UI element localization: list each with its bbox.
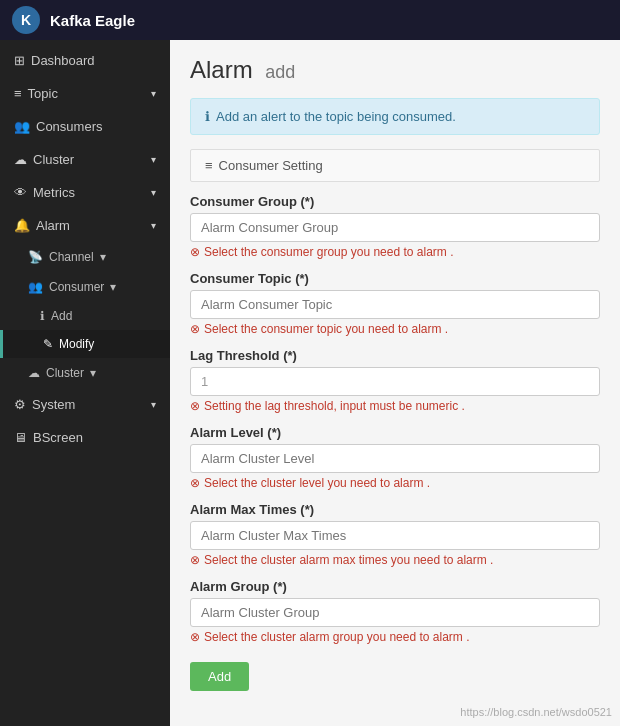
- alarm-max-times-input[interactable]: [190, 521, 600, 550]
- alarm-max-times-field: Alarm Max Times (*) ⊗ Select the cluster…: [190, 502, 600, 567]
- consumer-group-label: Consumer Group (*): [190, 194, 600, 209]
- sidebar-item-modify[interactable]: ✎ Modify: [0, 330, 170, 358]
- sidebar-item-system[interactable]: ⚙ System ▾: [0, 388, 170, 421]
- error-icon3: ⊗: [190, 399, 200, 413]
- main-content: Alarm add ℹ Add an alert to the topic be…: [170, 40, 620, 726]
- sidebar-label-cluster2: Cluster: [46, 366, 84, 380]
- sidebar-label-dashboard: Dashboard: [31, 53, 95, 68]
- sidebar-item-alarm[interactable]: 🔔 Alarm ▾: [0, 209, 170, 242]
- info-banner: ℹ Add an alert to the topic being consum…: [190, 98, 600, 135]
- page-title-main: Alarm: [190, 56, 253, 83]
- channel-arrow: ▾: [100, 250, 106, 264]
- sidebar-label-cluster: Cluster: [33, 152, 74, 167]
- sidebar-item-bscreen[interactable]: 🖥 BScreen: [0, 421, 170, 454]
- lag-threshold-input[interactable]: [190, 367, 600, 396]
- layout: ⊞ Dashboard ≡ Topic ▾ 👥 Consumers ☁ Clus…: [0, 40, 620, 726]
- metrics-icon: 👁: [14, 185, 27, 200]
- consumer-group-input[interactable]: [190, 213, 600, 242]
- sidebar-label-topic: Topic: [28, 86, 58, 101]
- alarm-max-times-error-text: Select the cluster alarm max times you n…: [204, 553, 493, 567]
- consumer-topic-field: Consumer Topic (*) ⊗ Select the consumer…: [190, 271, 600, 336]
- sidebar-label-metrics: Metrics: [33, 185, 75, 200]
- modify-icon: ✎: [43, 337, 53, 351]
- alarm-level-label: Alarm Level (*): [190, 425, 600, 440]
- sidebar-item-topic[interactable]: ≡ Topic ▾: [0, 77, 170, 110]
- consumer-group-error: ⊗ Select the consumer group you need to …: [190, 245, 600, 259]
- system-icon: ⚙: [14, 397, 26, 412]
- section-icon: ≡: [205, 158, 213, 173]
- lag-threshold-error: ⊗ Setting the lag threshold, input must …: [190, 399, 600, 413]
- bscreen-icon: 🖥: [14, 430, 27, 445]
- sidebar-label-consumers: Consumers: [36, 119, 102, 134]
- alarm-group-field: Alarm Group (*) ⊗ Select the cluster ala…: [190, 579, 600, 644]
- sidebar-label-channel: Channel: [49, 250, 94, 264]
- sidebar-item-metrics[interactable]: 👁 Metrics ▾: [0, 176, 170, 209]
- consumer-topic-error: ⊗ Select the consumer topic you need to …: [190, 322, 600, 336]
- error-icon5: ⊗: [190, 553, 200, 567]
- consumer-topic-input[interactable]: [190, 290, 600, 319]
- error-icon2: ⊗: [190, 322, 200, 336]
- lag-threshold-field: Lag Threshold (*) ⊗ Setting the lag thre…: [190, 348, 600, 413]
- lag-threshold-label: Lag Threshold (*): [190, 348, 600, 363]
- sidebar: ⊞ Dashboard ≡ Topic ▾ 👥 Consumers ☁ Clus…: [0, 40, 170, 726]
- alarm-level-field: Alarm Level (*) ⊗ Select the cluster lev…: [190, 425, 600, 490]
- page-subtitle: add: [265, 62, 295, 82]
- error-icon: ⊗: [190, 245, 200, 259]
- consumer-topic-error-text: Select the consumer topic you need to al…: [204, 322, 448, 336]
- sidebar-item-consumer[interactable]: 👥 Consumer ▾: [0, 272, 170, 302]
- dashboard-icon: ⊞: [14, 53, 25, 68]
- cluster-icon: ☁: [14, 152, 27, 167]
- error-icon4: ⊗: [190, 476, 200, 490]
- cluster2-arrow: ▾: [90, 366, 96, 380]
- topic-icon: ≡: [14, 86, 22, 101]
- sidebar-item-channel[interactable]: 📡 Channel ▾: [0, 242, 170, 272]
- alarm-group-error-text: Select the cluster alarm group you need …: [204, 630, 469, 644]
- sidebar-label-consumer: Consumer: [49, 280, 104, 294]
- consumers-icon: 👥: [14, 119, 30, 134]
- cluster2-icon: ☁: [28, 366, 40, 380]
- alarm-max-times-label: Alarm Max Times (*): [190, 502, 600, 517]
- sidebar-label-bscreen: BScreen: [33, 430, 83, 445]
- lag-threshold-error-text: Setting the lag threshold, input must be…: [204, 399, 465, 413]
- metrics-arrow: ▾: [151, 187, 156, 198]
- app-logo: K: [12, 6, 40, 34]
- channel-icon: 📡: [28, 250, 43, 264]
- system-arrow: ▾: [151, 399, 156, 410]
- sidebar-label-system: System: [32, 397, 75, 412]
- sidebar-item-consumers[interactable]: 👥 Consumers: [0, 110, 170, 143]
- alarm-level-error-text: Select the cluster level you need to ala…: [204, 476, 430, 490]
- sidebar-item-dashboard[interactable]: ⊞ Dashboard: [0, 44, 170, 77]
- consumer-sub-arrow: ▾: [110, 280, 116, 294]
- error-icon6: ⊗: [190, 630, 200, 644]
- page-title: Alarm add: [190, 56, 600, 84]
- top-nav: K Kafka Eagle: [0, 0, 620, 40]
- alarm-group-error: ⊗ Select the cluster alarm group you nee…: [190, 630, 600, 644]
- info-icon: ℹ: [205, 109, 210, 124]
- sidebar-label-modify: Modify: [59, 337, 94, 351]
- info-text: Add an alert to the topic being consumed…: [216, 109, 456, 124]
- alarm-icon: 🔔: [14, 218, 30, 233]
- app-title: Kafka Eagle: [50, 12, 135, 29]
- alarm-level-error: ⊗ Select the cluster level you need to a…: [190, 476, 600, 490]
- consumer-group-error-text: Select the consumer group you need to al…: [204, 245, 453, 259]
- consumer-icon: 👥: [28, 280, 43, 294]
- alarm-max-times-error: ⊗ Select the cluster alarm max times you…: [190, 553, 600, 567]
- consumer-group-field: Consumer Group (*) ⊗ Select the consumer…: [190, 194, 600, 259]
- sidebar-label-add: Add: [51, 309, 72, 323]
- section-header: ≡ Consumer Setting: [190, 149, 600, 182]
- topic-arrow: ▾: [151, 88, 156, 99]
- sidebar-item-cluster[interactable]: ☁ Cluster ▾: [0, 143, 170, 176]
- section-label: Consumer Setting: [219, 158, 323, 173]
- cluster-arrow: ▾: [151, 154, 156, 165]
- sidebar-label-alarm: Alarm: [36, 218, 70, 233]
- sidebar-item-cluster2[interactable]: ☁ Cluster ▾: [0, 358, 170, 388]
- alarm-level-input[interactable]: [190, 444, 600, 473]
- sidebar-item-add[interactable]: ℹ Add: [0, 302, 170, 330]
- alarm-group-label: Alarm Group (*): [190, 579, 600, 594]
- consumer-topic-label: Consumer Topic (*): [190, 271, 600, 286]
- add-icon: ℹ: [40, 309, 45, 323]
- alarm-arrow: ▾: [151, 220, 156, 231]
- submit-button[interactable]: Add: [190, 662, 249, 691]
- alarm-group-input[interactable]: [190, 598, 600, 627]
